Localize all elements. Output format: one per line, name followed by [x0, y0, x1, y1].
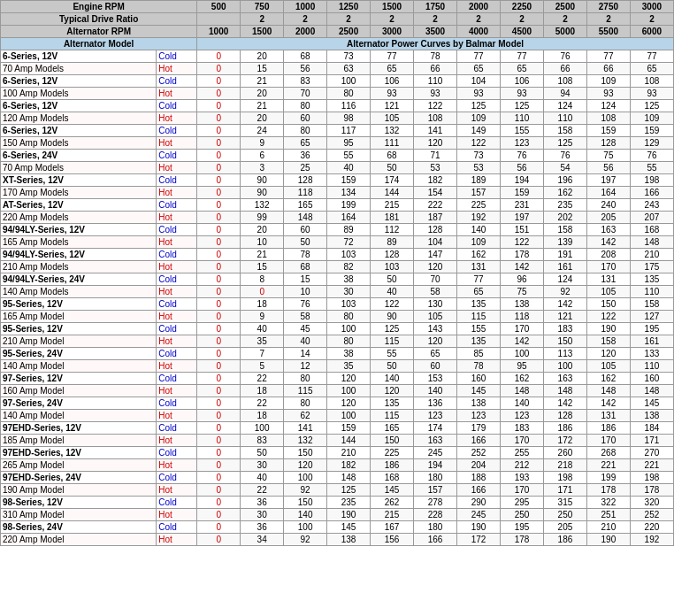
data-cell: 77 [457, 273, 501, 286]
table-row: 94/94LY-Series, 12VCold02060891121281401… [1, 224, 674, 236]
temp-hot: Hot [157, 435, 197, 447]
rpm-2750: 2750 [586, 1, 630, 13]
data-cell: 125 [327, 484, 371, 497]
data-cell: 190 [457, 521, 501, 534]
data-cell: 192 [630, 534, 673, 546]
table-row: 165 Amp ModelsHot01050728910410912213914… [1, 236, 674, 249]
data-cell: 127 [630, 311, 673, 323]
amp-model-name: 70 Amp Models [1, 63, 157, 75]
data-cell: 20 [241, 224, 284, 236]
data-cell: 76 [284, 298, 327, 311]
data-cell: 172 [457, 534, 501, 546]
data-cell: 0 [197, 88, 241, 100]
data-cell: 77 [371, 50, 414, 63]
data-cell: 134 [327, 187, 371, 199]
temp-hot: Hot [157, 410, 197, 422]
data-cell: 22 [241, 373, 284, 385]
data-cell: 109 [457, 112, 501, 125]
data-cell: 73 [457, 150, 501, 162]
table-row: 97EHD-Series, 24VCold0401001481681801881… [1, 472, 674, 484]
data-cell: 142 [500, 261, 543, 273]
alt-rpm-label: Alternator RPM [1, 26, 197, 38]
data-cell: 122 [586, 311, 630, 323]
data-cell: 147 [414, 249, 457, 261]
data-cell: 240 [586, 199, 630, 212]
data-cell: 138 [457, 397, 501, 410]
data-cell: 68 [284, 261, 327, 273]
data-cell: 159 [586, 125, 630, 137]
data-cell: 50 [371, 360, 414, 373]
data-cell: 50 [284, 236, 327, 249]
data-cell: 138 [500, 298, 543, 311]
data-cell: 131 [586, 273, 630, 286]
data-cell: 3 [241, 162, 284, 174]
data-cell: 172 [543, 435, 586, 447]
data-cell: 159 [500, 187, 543, 199]
data-cell: 108 [414, 112, 457, 125]
data-cell: 163 [414, 435, 457, 447]
data-cell: 22 [241, 484, 284, 497]
data-cell: 115 [457, 311, 501, 323]
data-cell: 36 [241, 521, 284, 534]
data-cell: 167 [371, 521, 414, 534]
data-cell: 142 [586, 397, 630, 410]
table-row: 95-Series, 24VCold0714385565851001131201… [1, 348, 674, 360]
data-cell: 195 [630, 323, 673, 335]
data-cell: 116 [327, 100, 371, 112]
data-cell: 105 [414, 311, 457, 323]
data-cell: 120 [414, 335, 457, 348]
amp-model-name: 165 Amp Models [1, 236, 157, 249]
engine-rpm-row: Engine RPM 500 750 1000 1250 1500 1750 2… [1, 1, 674, 13]
data-cell: 93 [371, 88, 414, 100]
amp-model: Cold [157, 298, 197, 311]
temp-hot: Hot [157, 286, 197, 298]
data-cell: 142 [543, 397, 586, 410]
data-cell: 80 [284, 100, 327, 112]
data-cell: 121 [371, 100, 414, 112]
data-cell: 228 [414, 509, 457, 521]
data-cell: 106 [500, 75, 543, 88]
data-cell: 178 [586, 484, 630, 497]
data-cell: 150 [284, 447, 327, 459]
data-cell: 191 [543, 249, 586, 261]
table-row: 120 Amp ModelsHot02060981051081091101101… [1, 112, 674, 125]
data-cell: 160 [630, 373, 673, 385]
data-cell: 90 [371, 311, 414, 323]
data-cell: 24 [241, 125, 284, 137]
data-cell: 90 [241, 187, 284, 199]
data-cell: 140 [371, 373, 414, 385]
data-cell: 120 [414, 137, 457, 150]
amp-model-name: 265 Amp Model [1, 459, 157, 472]
data-cell: 38 [327, 273, 371, 286]
rpm-2250: 2250 [500, 1, 543, 13]
model-name: 97-Series, 24V [1, 397, 157, 410]
temp-hot: Hot [157, 162, 197, 174]
data-cell: 0 [197, 125, 241, 137]
data-cell: 92 [543, 286, 586, 298]
model-name: 95-Series, 24V [1, 348, 157, 360]
amp-model: Cold [157, 472, 197, 484]
data-cell: 140 [284, 509, 327, 521]
data-cell: 15 [241, 261, 284, 273]
data-cell: 178 [630, 484, 673, 497]
data-cell: 120 [371, 385, 414, 397]
data-cell: 0 [197, 435, 241, 447]
data-cell: 0 [197, 335, 241, 348]
data-cell: 109 [457, 236, 501, 249]
data-cell: 100 [327, 75, 371, 88]
amp-model: Cold [157, 199, 197, 212]
data-cell: 189 [457, 174, 501, 187]
data-cell: 194 [500, 174, 543, 187]
data-cell: 186 [543, 534, 586, 546]
data-cell: 221 [586, 459, 630, 472]
engine-rpm-label: Engine RPM [1, 1, 197, 13]
data-cell: 170 [500, 484, 543, 497]
data-cell: 9 [241, 311, 284, 323]
data-cell: 0 [197, 459, 241, 472]
data-cell: 175 [630, 261, 673, 273]
data-cell: 130 [414, 298, 457, 311]
temp-hot: Hot [157, 63, 197, 75]
data-cell: 20 [241, 88, 284, 100]
data-cell: 7 [241, 348, 284, 360]
table-row: 70 Amp ModelsHot015566365666565666665 [1, 63, 674, 75]
